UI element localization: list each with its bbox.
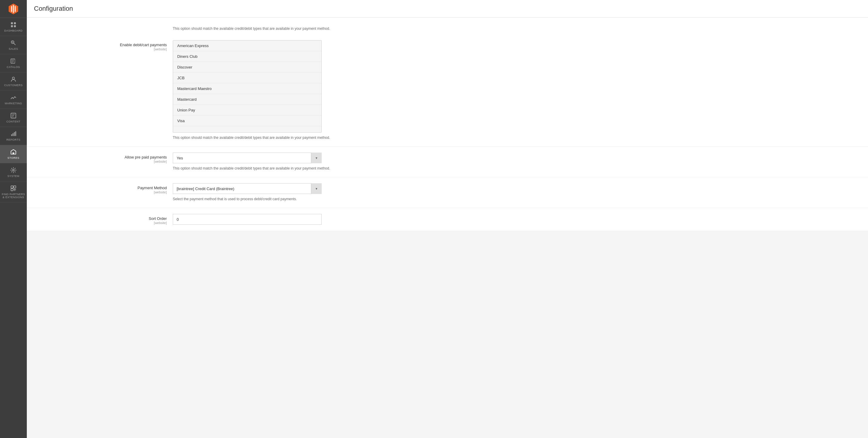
sort-order-control [173,214,859,225]
sidebar-item-stores[interactable]: STORES [0,145,27,163]
content-label: CONTENT [6,120,21,123]
sort-order-label-area: Sort Order [website] [36,214,173,225]
main-content: Configuration This option should match t… [27,0,868,438]
system-icon [10,167,17,173]
payment-method-control: [braintree] Credit Card (Braintree)PayPa… [173,183,859,202]
svg-rect-6 [14,60,16,63]
svg-rect-16 [14,186,16,188]
allow-prepaid-select-wrapper: YesNo [173,152,322,163]
magento-logo-icon [7,3,19,15]
sidebar-item-dashboard[interactable]: DASHBOARD [0,18,27,36]
sidebar-item-system[interactable]: SYSTEM [0,163,27,181]
page-header: Configuration [27,0,868,18]
svg-rect-10 [12,133,13,136]
sidebar-item-sales[interactable]: SALES [0,36,27,54]
payment-method-label: Payment Method [137,186,167,190]
svg-rect-15 [11,186,13,188]
sidebar-item-marketing[interactable]: MARKETING [0,91,27,109]
enable-debit-control: American ExpressDiners ClubDiscoverJCBMa… [173,40,859,140]
top-help-text: This option should match the available c… [173,24,330,31]
svg-rect-13 [12,152,14,154]
allow-prepaid-control: YesNo This option should match the avail… [173,152,859,171]
svg-rect-1 [14,22,16,24]
svg-rect-3 [14,25,16,27]
svg-point-14 [12,169,14,171]
stores-icon [10,149,17,155]
enable-debit-help: This option should match the available c… [173,133,351,140]
enable-debit-multiselect[interactable]: American ExpressDiners ClubDiscoverJCBMa… [173,40,322,133]
extensions-icon [10,185,17,192]
sort-order-row: Sort Order [website] [27,208,868,231]
enable-debit-label-area: Enable debit/cart payments [website] [36,40,173,51]
enable-debit-row: Enable debit/cart payments [website] Ame… [27,34,868,147]
sidebar-item-content[interactable]: CONTENT [0,109,27,127]
stores-label: STORES [7,156,19,159]
svg-rect-2 [11,25,13,27]
catalog-label: CATALOG [6,65,20,68]
svg-rect-9 [11,135,12,136]
payment-method-label-area: Payment Method [website] [36,183,173,194]
svg-point-7 [12,77,14,79]
content-area: This option should match the available c… [27,18,868,438]
payment-method-help: Select the payment method that is used t… [173,194,351,202]
allow-prepaid-help: This option should match the available c… [173,163,351,171]
svg-rect-11 [14,132,15,136]
catalog-icon [10,58,17,64]
payment-method-row: Payment Method [website] [braintree] Cre… [27,177,868,208]
configuration-form: This option should match the available c… [27,18,868,231]
sort-order-scope: [website] [36,221,167,225]
sales-label: SALES [9,48,18,50]
payment-method-scope: [website] [36,191,167,194]
reports-icon [10,130,17,137]
sidebar-logo [0,0,27,18]
sort-order-input[interactable] [173,214,322,225]
page-title: Configuration [34,5,73,12]
reports-label: REPORTS [6,138,21,141]
extensions-label: FIND PARTNERS & EXTENSIONS [1,193,26,199]
allow-prepaid-label: Allow pre paid payments [125,155,167,159]
dashboard-icon [10,22,17,28]
sidebar-item-catalog[interactable]: CATALOG [0,54,27,72]
enable-debit-label: Enable debit/cart payments [120,42,167,47]
payment-method-select[interactable]: [braintree] Credit Card (Braintree)PayPa… [173,183,322,194]
top-help-row: This option should match the available c… [27,18,868,34]
marketing-icon [10,94,17,101]
customers-label: CUSTOMERS [4,84,23,87]
sort-order-label: Sort Order [149,216,167,221]
sidebar: DASHBOARD SALES CATALOG CUSTOMERS MARKET… [0,0,27,438]
sidebar-item-customers[interactable]: CUSTOMERS [0,72,27,91]
allow-prepaid-select[interactable]: YesNo [173,152,322,163]
sidebar-item-reports[interactable]: REPORTS [0,127,27,145]
svg-rect-12 [15,132,16,136]
payment-method-select-wrapper: [braintree] Credit Card (Braintree)PayPa… [173,183,322,194]
allow-prepaid-scope: [website] [36,160,167,163]
allow-prepaid-row: Allow pre paid payments [website] YesNo … [27,147,868,177]
svg-rect-0 [11,22,13,24]
sidebar-item-extensions[interactable]: FIND PARTNERS & EXTENSIONS [0,181,27,203]
allow-prepaid-label-area: Allow pre paid payments [website] [36,152,173,163]
enable-debit-scope: [website] [36,48,167,51]
system-label: SYSTEM [7,175,19,178]
sales-icon [10,40,17,46]
content-icon [10,112,17,119]
dashboard-label: DASHBOARD [4,29,23,32]
svg-rect-17 [11,188,13,191]
customers-icon [10,76,17,83]
marketing-label: MARKETING [5,102,22,105]
